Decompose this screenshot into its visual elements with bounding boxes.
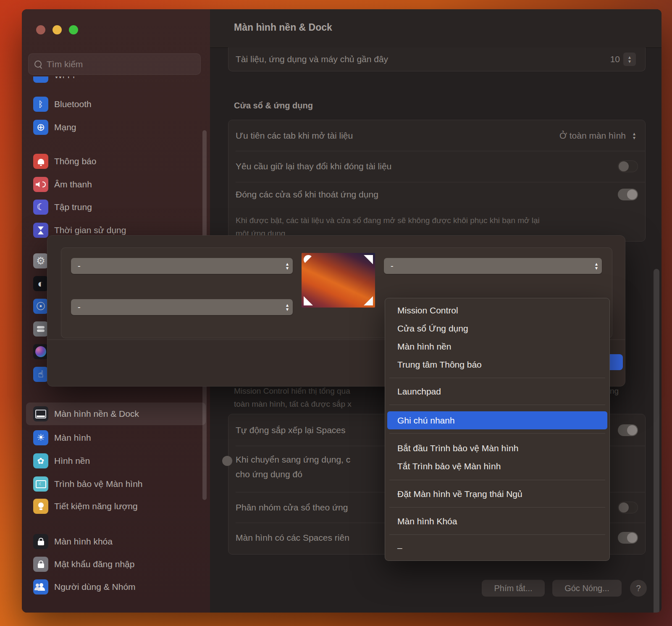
hot-corner-action-menu: Mission Control Cửa sổ Ứng dụng Màn hình… bbox=[385, 298, 610, 561]
speaker-icon bbox=[33, 177, 48, 192]
accessibility-icon: ☉ bbox=[33, 299, 48, 314]
close-windows-toggle[interactable] bbox=[618, 189, 638, 200]
main-scrollbar[interactable] bbox=[654, 269, 659, 613]
recent-items-stepper[interactable]: ▴▾ bbox=[623, 53, 636, 66]
header: Màn hình nền & Dock bbox=[210, 9, 662, 48]
bluetooth-icon: ᛒ bbox=[33, 97, 48, 112]
menu-item-none[interactable]: – bbox=[397, 539, 402, 557]
menu-separator bbox=[389, 405, 605, 405]
hot-corner-mark-bottom-right bbox=[364, 296, 373, 305]
sidebar-item-energy[interactable]: Tiết kiệm năng lượng bbox=[26, 495, 206, 518]
sidebar-item-lock-screen[interactable]: Màn hình khóa bbox=[26, 530, 206, 553]
hourglass-icon bbox=[33, 223, 48, 238]
lock-icon bbox=[33, 557, 48, 572]
sidebar-item-screensaver[interactable]: ☾ Trình bảo vệ Màn hình bbox=[26, 473, 206, 495]
sidebar-item-wallpaper[interactable]: ✿ Hình nền bbox=[26, 450, 206, 472]
recent-items-label: Tài liệu, ứng dụng và máy chủ gần đây bbox=[236, 54, 388, 64]
hot-corner-mark-top-right bbox=[364, 255, 373, 264]
prefer-tabs-label: Ưu tiên các tab khi mở tài liệu bbox=[236, 131, 353, 141]
desktop-dock-icon bbox=[33, 406, 48, 421]
sidebar-item-bluetooth[interactable]: ᛒ Bluetooth bbox=[26, 93, 206, 116]
siri-icon bbox=[33, 344, 48, 359]
wallpaper-preview bbox=[302, 253, 375, 308]
moon-icon: ☾ bbox=[33, 200, 48, 215]
displays-separate-spaces-label: Màn hình có các Spaces riên bbox=[236, 533, 349, 543]
hot-corner-mark-bottom-left bbox=[304, 296, 313, 305]
menu-item-start-screensaver[interactable]: Bắt đầu Trình bảo vệ Màn hình bbox=[397, 439, 518, 457]
zoom-button[interactable] bbox=[69, 25, 78, 34]
sidebar-item-wifi-clipped[interactable]: Wi-Fi bbox=[26, 76, 206, 90]
search-input[interactable] bbox=[46, 59, 186, 70]
page-title: Màn hình nền & Dock bbox=[234, 22, 332, 33]
menu-separator bbox=[389, 507, 605, 508]
appearance-icon: ◐ bbox=[33, 276, 48, 291]
mission-desc-line1-tail: ng bbox=[610, 387, 619, 396]
menu-item-notification-center[interactable]: Trung tâm Thông báo bbox=[397, 355, 482, 373]
close-windows-label: Đóng các cửa sổ khi thoát ứng dụng bbox=[236, 189, 378, 200]
menu-separator bbox=[389, 534, 605, 535]
minimize-button[interactable] bbox=[52, 25, 62, 34]
close-windows-desc-1: Khi được bật, các tài liệu và cửa sổ đan… bbox=[236, 216, 540, 225]
recent-items-panel: Tài liệu, ứng dụng và máy chủ gần đây 10… bbox=[228, 47, 646, 71]
menu-separator bbox=[389, 378, 605, 378]
displays-separate-spaces-toggle[interactable] bbox=[618, 532, 638, 544]
switch-space-label-2: cho ứng dụng đó bbox=[236, 469, 302, 479]
top-left-corner-select[interactable]: - ▴▾ bbox=[71, 258, 293, 274]
prefer-tabs-stepper[interactable]: ▴▾ bbox=[629, 129, 639, 142]
menu-item-disable-screensaver[interactable]: Tắt Trình bảo vệ Màn hình bbox=[397, 457, 501, 475]
recent-items-value: 10 bbox=[610, 54, 620, 64]
keep-changes-label: Yêu cầu giữ lại thay đổi khi đóng tài li… bbox=[236, 161, 391, 171]
menu-item-app-windows[interactable]: Cửa sổ Ứng dụng bbox=[397, 319, 468, 337]
top-right-corner-select[interactable]: - ▴▾ bbox=[384, 258, 602, 274]
chevron-updown-icon: ▴▾ bbox=[286, 262, 289, 270]
control-center-icon bbox=[33, 321, 48, 337]
chevron-updown-icon: ▴▾ bbox=[286, 303, 289, 311]
mission-desc-line1: Mission Control hiển thị tổng qua bbox=[234, 387, 350, 396]
prefer-tabs-value[interactable]: Ở toàn màn hình bbox=[559, 131, 626, 141]
sidebar-item-login-password[interactable]: Mật khẩu đăng nhập bbox=[26, 553, 206, 576]
sidebar-item-focus[interactable]: ☾ Tập trung bbox=[26, 196, 206, 218]
menu-item-quick-note-selected[interactable]: Ghi chú nhanh bbox=[387, 411, 607, 429]
section-windows-apps: Cửa sổ & ứng dụng bbox=[234, 101, 313, 110]
bell-icon bbox=[33, 154, 48, 169]
hot-corners-button[interactable]: Góc Nóng... bbox=[552, 580, 622, 597]
windows-apps-panel: Ưu tiên các tab khi mở tài liệu Ở toàn m… bbox=[228, 120, 646, 242]
search-icon bbox=[34, 60, 42, 68]
sidebar-item-notifications[interactable]: Thông báo bbox=[26, 150, 206, 173]
users-icon bbox=[33, 579, 48, 594]
sidebar-item-displays[interactable]: ☀ Màn hình bbox=[26, 426, 206, 449]
menu-item-lock-screen[interactable]: Màn hình Khóa bbox=[397, 512, 457, 530]
sidebar-item-users-groups[interactable]: Người dùng & Nhóm bbox=[26, 576, 206, 598]
keep-changes-toggle[interactable] bbox=[618, 160, 638, 172]
menu-separator bbox=[389, 433, 605, 434]
sidebar-item-desktop-dock[interactable]: Màn hình nền & Dock bbox=[26, 402, 206, 425]
menu-item-mission-control[interactable]: Mission Control bbox=[397, 301, 458, 319]
search-field[interactable] bbox=[28, 53, 201, 75]
wifi-icon bbox=[33, 76, 48, 83]
sidebar-item-network[interactable]: ⊕ Mạng bbox=[26, 116, 206, 139]
screensaver-icon: ☾ bbox=[33, 476, 48, 492]
shortcuts-button[interactable]: Phím tắt... bbox=[482, 580, 545, 597]
menu-item-sleep-display[interactable]: Đặt Màn hình về Trạng thái Ngủ bbox=[397, 485, 522, 503]
mission-desc-line2: toàn màn hình, tất cả được sắp x bbox=[234, 400, 352, 409]
help-button[interactable]: ? bbox=[630, 580, 647, 597]
lightbulb-icon bbox=[33, 499, 48, 514]
chevron-updown-icon: ▴▾ bbox=[595, 262, 598, 270]
hot-corner-mark-top-left bbox=[304, 255, 313, 264]
bottom-left-corner-select[interactable]: - ▴▾ bbox=[71, 299, 293, 315]
gear-icon: ⚙ bbox=[33, 253, 48, 268]
menu-item-launchpad[interactable]: Launchpad bbox=[397, 382, 441, 400]
group-windows-toggle[interactable] bbox=[618, 502, 638, 513]
auto-rearrange-toggle[interactable] bbox=[618, 424, 638, 436]
menu-separator bbox=[389, 480, 605, 480]
flower-icon: ✿ bbox=[33, 453, 48, 468]
hand-icon: ☝ bbox=[33, 367, 48, 382]
switch-space-label-1: Khi chuyển sang ứng dụng, c bbox=[236, 455, 350, 465]
globe-icon: ⊕ bbox=[33, 120, 48, 135]
sidebar-item-label: Wi-Fi bbox=[54, 76, 75, 80]
group-windows-label: Phân nhóm cửa sổ theo ứng bbox=[236, 502, 348, 513]
close-button[interactable] bbox=[36, 25, 45, 34]
sidebar-item-sound[interactable]: Âm thanh bbox=[26, 173, 206, 196]
menu-item-desktop[interactable]: Màn hình nền bbox=[397, 337, 451, 355]
auto-rearrange-label: Tự động sắp xếp lại Spaces bbox=[236, 425, 346, 435]
